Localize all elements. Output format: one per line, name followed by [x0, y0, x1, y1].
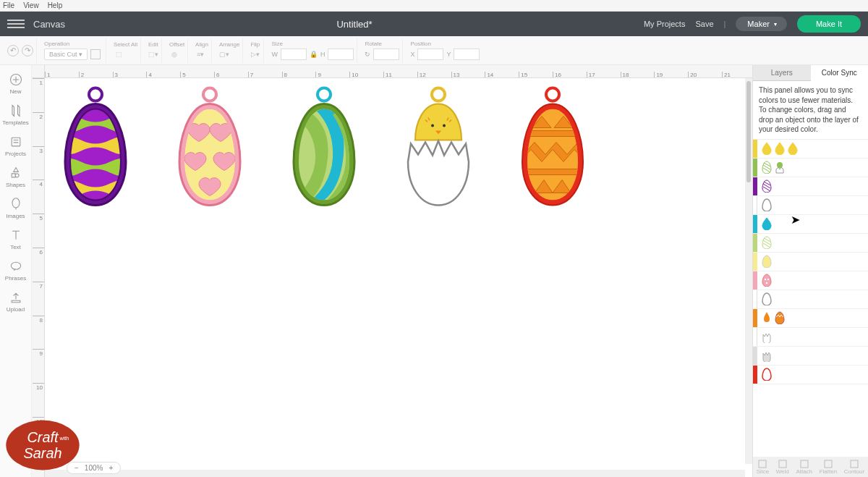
svg-point-17	[765, 279, 766, 280]
ruler-tick: 5	[33, 214, 44, 221]
layer-thumb[interactable]	[762, 198, 772, 211]
scrollbar-horizontal[interactable]	[45, 470, 745, 477]
zoom-value[interactable]: 100%	[85, 464, 103, 472]
svg-point-9	[432, 88, 445, 101]
redo-button[interactable]: ↷	[22, 45, 33, 56]
nav-new[interactable]: New	[1, 69, 30, 98]
layer-thumb[interactable]	[762, 292, 772, 305]
rotate-input[interactable]	[373, 48, 399, 60]
align-icon[interactable]: ≡▾	[195, 49, 205, 59]
egg-green-swirl[interactable]	[288, 84, 360, 211]
menu-file[interactable]: File	[3, 1, 14, 9]
document-title[interactable]: Untitled*	[65, 19, 644, 30]
ruler-tick: 11	[383, 72, 392, 77]
nav-shapes[interactable]: Shapes	[1, 163, 30, 191]
svg-rect-14	[525, 131, 580, 137]
ruler-tick: 18	[621, 72, 629, 77]
y-input[interactable]	[454, 48, 480, 60]
layer-thumb[interactable]	[762, 180, 772, 193]
color-sync-row[interactable]	[753, 140, 868, 159]
ruler-tick: 10	[349, 72, 358, 77]
layer-thumb[interactable]	[775, 161, 785, 174]
color-sync-row[interactable]	[753, 215, 868, 234]
color-thumbs	[757, 292, 772, 305]
select-all-icon[interactable]: ⬚	[114, 49, 124, 59]
toolbar: ↶ ↷ Operation Basic Cut ▾ Select All ⬚ E…	[0, 36, 868, 65]
nav-upload[interactable]: Upload	[1, 287, 30, 316]
layer-thumb[interactable]	[762, 349, 772, 362]
color-sync-row[interactable]	[753, 309, 868, 328]
arrange-icon[interactable]: ▢▾	[219, 49, 229, 59]
panel-bottom-actions: SliceWeldAttachFlattenContour	[753, 457, 868, 477]
action-flatten[interactable]: Flatten	[820, 460, 837, 475]
color-sync-row[interactable]	[753, 177, 868, 196]
tab-layers[interactable]: Layers	[753, 65, 811, 81]
svg-rect-23	[825, 460, 832, 468]
layer-thumb[interactable]	[762, 236, 772, 249]
ruler-tick: 2	[33, 112, 44, 120]
color-sync-row[interactable]	[753, 366, 868, 384]
color-sync-row[interactable]	[753, 328, 868, 347]
artboard[interactable]	[45, 78, 752, 477]
layer-thumb[interactable]	[762, 368, 772, 381]
color-sync-row[interactable]	[753, 347, 868, 366]
layer-thumb[interactable]	[762, 142, 772, 155]
nav-phrases[interactable]: Phrases	[1, 256, 30, 284]
menu-view[interactable]: View	[23, 1, 39, 9]
menu-help[interactable]: Help	[48, 1, 63, 9]
layer-thumb[interactable]	[775, 311, 785, 324]
layer-thumb[interactable]	[762, 161, 772, 174]
layer-thumb[interactable]	[762, 330, 772, 343]
layer-thumb[interactable]	[775, 142, 785, 155]
ruler-tick: 13	[451, 72, 460, 77]
layer-thumb[interactable]	[762, 311, 772, 324]
color-sync-row[interactable]	[753, 159, 868, 177]
color-thumbs	[757, 236, 772, 249]
nav-projects[interactable]: Projects	[1, 132, 30, 160]
lock-icon[interactable]: 🔒	[310, 51, 318, 58]
action-contour[interactable]: Contour	[844, 460, 864, 475]
ruler-tick: 21	[722, 72, 731, 77]
color-swatch[interactable]	[90, 49, 101, 59]
width-input[interactable]	[281, 48, 307, 60]
x-input[interactable]	[417, 48, 443, 60]
tab-color-sync[interactable]: Color Sync	[811, 65, 869, 81]
action-attach[interactable]: Attach	[796, 460, 812, 475]
zoom-in-button[interactable]: +	[109, 464, 113, 472]
color-thumbs	[757, 161, 785, 174]
edit-icon[interactable]: ⬚▾	[148, 49, 158, 59]
save-button[interactable]: Save	[695, 20, 713, 28]
layer-thumb[interactable]	[762, 217, 772, 230]
hamburger-icon[interactable]	[7, 15, 25, 33]
color-sync-row[interactable]	[753, 234, 868, 253]
color-sync-row[interactable]	[753, 253, 868, 271]
action-slice[interactable]: Slice	[757, 460, 769, 475]
egg-orange-zigzag[interactable]	[516, 84, 589, 211]
color-sync-row[interactable]	[753, 196, 868, 215]
layer-thumb[interactable]	[788, 142, 798, 155]
scrollbar-vertical[interactable]	[745, 78, 752, 464]
layer-thumb[interactable]	[762, 255, 772, 268]
machine-selector[interactable]: Maker	[736, 17, 787, 31]
my-projects-link[interactable]: My Projects	[644, 20, 685, 28]
color-sync-row[interactable]	[753, 271, 868, 290]
egg-purple-wavy[interactable]	[59, 84, 132, 211]
nav-text[interactable]: Text	[1, 225, 30, 253]
ruler-tick: 17	[587, 72, 595, 77]
layer-thumb[interactable]	[762, 274, 772, 287]
nav-templates[interactable]: Templates	[1, 101, 30, 129]
height-input[interactable]	[328, 48, 354, 60]
ruler-tick: 16	[553, 72, 561, 77]
flip-icon[interactable]: ▷▾	[250, 49, 260, 59]
undo-button[interactable]: ↶	[7, 45, 19, 56]
action-weld[interactable]: Weld	[776, 460, 789, 475]
operation-select[interactable]: Basic Cut ▾	[44, 48, 88, 60]
nav-images[interactable]: Images	[1, 194, 30, 222]
ruler-tick: 15	[519, 72, 527, 77]
make-it-button[interactable]: Make It	[797, 15, 861, 33]
offset-icon[interactable]: ◎	[169, 49, 179, 59]
egg-pink-hearts[interactable]	[174, 84, 246, 211]
ruler-tick: 5	[180, 72, 185, 77]
color-sync-row[interactable]	[753, 290, 868, 309]
egg-chick[interactable]	[402, 84, 475, 211]
